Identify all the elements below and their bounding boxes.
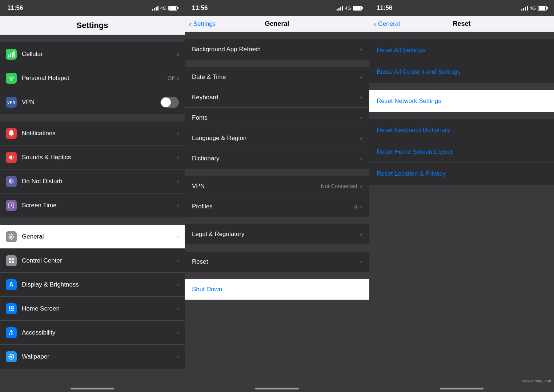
row-general[interactable]: General ›	[0, 225, 185, 249]
label-shut-down: Shut Down	[192, 286, 362, 293]
row-dictionary[interactable]: Dictionary ›	[185, 148, 369, 169]
status-icons-2: 4G	[337, 5, 362, 11]
label-reset-network: Reset Network Settings	[377, 97, 441, 105]
control-center-icon	[6, 255, 17, 266]
row-home-screen[interactable]: Home Screen ›	[0, 297, 185, 321]
label-reset-keyboard: Reset Keyboard Dictionary	[377, 127, 450, 134]
network-type-3: 4G	[530, 5, 536, 11]
svg-point-20	[11, 310, 12, 311]
nav-bar-reset: ‹ General Reset	[369, 16, 554, 32]
label-vpn-general: VPN	[192, 183, 321, 190]
vpn-icon: VPN	[6, 97, 17, 108]
row-label-cellular: Cellular	[22, 51, 177, 58]
row-fonts[interactable]: Fonts ›	[185, 108, 369, 128]
label-date-time: Date & Time	[192, 73, 360, 81]
general-icon	[6, 231, 17, 242]
back-label-general[interactable]: General	[378, 20, 400, 28]
row-do-not-disturb[interactable]: Do Not Disturb ›	[0, 169, 185, 193]
status-time-3: 11:56	[377, 4, 392, 12]
back-button-settings[interactable]: ‹ Settings	[189, 20, 216, 28]
svg-rect-2	[12, 52, 13, 57]
row-reset-all-settings[interactable]: Reset All Settings	[369, 39, 554, 61]
chevron-hotspot: ›	[177, 75, 179, 81]
watermark: www.deuag.com	[522, 379, 551, 383]
chevron-wallpaper: ›	[177, 353, 179, 360]
row-sounds[interactable]: Sounds & Haptics ›	[0, 145, 185, 169]
settings-list: Cellular › Personal Hotspot Off › VPN VP…	[0, 35, 185, 385]
label-bg-refresh: Background App Refresh	[192, 46, 360, 53]
row-reset-network[interactable]: Reset Network Settings	[369, 90, 554, 112]
row-erase-all[interactable]: Erase All Content and Settings	[369, 61, 554, 83]
row-label-hotspot: Personal Hotspot	[22, 75, 168, 82]
row-legal[interactable]: Legal & Regulatory ›	[185, 224, 369, 244]
signal-icon-3	[521, 5, 528, 11]
chevron-general: ›	[177, 233, 179, 240]
back-button-general[interactable]: ‹ General	[374, 20, 400, 28]
chevron-cellular: ›	[177, 51, 179, 57]
group-reset-2: Reset Network Settings	[369, 90, 554, 112]
row-screen-time[interactable]: Screen Time ›	[0, 193, 185, 217]
group-general-2: Date & Time › Keyboard › Fonts › Languag…	[185, 67, 369, 169]
svg-marker-6	[9, 155, 12, 160]
general-list: Background App Refresh › Date & Time › K…	[185, 32, 369, 385]
row-shut-down[interactable]: Shut Down	[185, 279, 369, 300]
group-general-6: Shut Down	[185, 279, 369, 300]
svg-point-18	[12, 308, 14, 309]
accessibility-icon	[6, 327, 17, 338]
back-label-settings[interactable]: Settings	[193, 20, 216, 28]
row-vpn[interactable]: VPN VPN	[0, 90, 185, 114]
label-dictionary: Dictionary	[192, 155, 360, 162]
notifications-icon	[6, 128, 17, 139]
row-reset-home-screen[interactable]: Reset Home Screen Layout	[369, 141, 554, 163]
row-label-accessibility: Accessibility	[22, 329, 177, 336]
reset-list: Reset All Settings Erase All Content and…	[369, 32, 554, 385]
row-cellular[interactable]: Cellular ›	[0, 42, 185, 66]
display-icon: A	[6, 279, 17, 290]
chevron-sounds: ›	[177, 154, 179, 161]
label-legal: Legal & Regulatory	[192, 231, 360, 238]
row-label-dnd: Do Not Disturb	[22, 178, 177, 185]
group-general: General › Control Center › A Display & B…	[0, 225, 185, 369]
svg-point-4	[11, 79, 12, 81]
row-reset[interactable]: Reset ›	[185, 252, 369, 272]
svg-point-16	[9, 308, 10, 309]
row-accessibility[interactable]: Accessibility ›	[0, 321, 185, 345]
back-chevron-1: ‹	[189, 20, 192, 28]
row-background-app-refresh[interactable]: Background App Refresh ›	[185, 39, 369, 60]
row-date-time[interactable]: Date & Time ›	[185, 67, 369, 87]
row-label-screen-time: Screen Time	[22, 202, 177, 209]
status-bar-2: 11:56 4G	[185, 0, 369, 16]
screen-time-icon	[6, 200, 17, 211]
vpn-toggle[interactable]	[160, 97, 179, 108]
home-indicator-1	[0, 385, 185, 392]
status-icons-3: 4G	[521, 5, 547, 11]
status-time-1: 11:56	[7, 4, 23, 12]
row-label-display: Display & Brightness	[22, 281, 177, 288]
nav-title-reset: Reset	[453, 20, 470, 28]
settings-title-bar: Settings	[0, 16, 185, 35]
row-language-region[interactable]: Language & Region ›	[185, 128, 369, 148]
label-reset-location: Reset Location & Privacy	[377, 170, 446, 177]
svg-point-21	[12, 310, 14, 311]
row-reset-keyboard[interactable]: Reset Keyboard Dictionary	[369, 119, 554, 141]
row-wallpaper[interactable]: Wallpaper ›	[0, 345, 185, 369]
group-general-1: Background App Refresh ›	[185, 39, 369, 60]
status-bar-3: 11:56 4G	[369, 0, 554, 16]
nav-bar-general: ‹ Settings General	[185, 16, 369, 32]
row-label-general: General	[22, 233, 177, 240]
chevron-notifications: ›	[177, 130, 179, 137]
row-personal-hotspot[interactable]: Personal Hotspot Off ›	[0, 66, 185, 90]
group-notifications: Notifications › Sounds & Haptics › Do No…	[0, 121, 185, 217]
row-notifications[interactable]: Notifications ›	[0, 121, 185, 145]
network-type-1: 4G	[160, 5, 166, 11]
row-vpn-general[interactable]: VPN Not Connected ›	[185, 176, 369, 196]
chevron-display: ›	[177, 281, 179, 288]
row-keyboard[interactable]: Keyboard ›	[185, 87, 369, 108]
row-display-brightness[interactable]: A Display & Brightness ›	[0, 273, 185, 297]
row-control-center[interactable]: Control Center ›	[0, 249, 185, 273]
row-profiles[interactable]: Profiles 4 ›	[185, 196, 369, 217]
home-indicator-3	[369, 385, 554, 392]
chevron-dnd: ›	[177, 178, 179, 185]
row-reset-location[interactable]: Reset Location & Privacy	[369, 163, 554, 185]
svg-rect-11	[9, 261, 11, 263]
